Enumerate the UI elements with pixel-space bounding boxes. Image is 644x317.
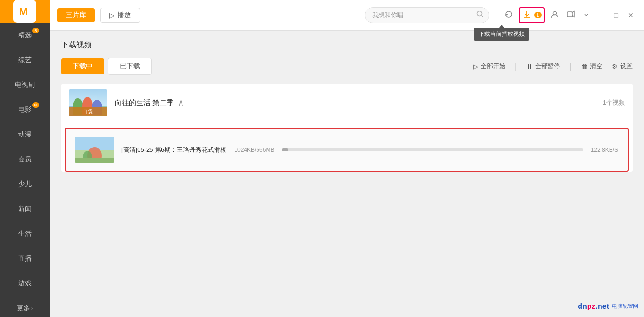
pause-all-label: 全部暂停 bbox=[535, 62, 560, 71]
download-item-highlighted: [高清]05-25 第6期：王珞丹秀花式滑板 1024KB/566MB 122.… bbox=[65, 128, 629, 172]
download-list: 口袋 向往的生活 第二季 ∧ 1个视频 bbox=[61, 84, 633, 172]
page-title: 下载视频 bbox=[61, 40, 633, 50]
titlebar: 三片库 ▷ 播放 bbox=[50, 0, 644, 31]
nav-label: 生活 bbox=[18, 230, 32, 238]
tab-play-button[interactable]: ▷ 播放 bbox=[100, 8, 140, 23]
progress-bar bbox=[282, 148, 583, 151]
pause-all-button[interactable]: ⏸ 全部暂停 bbox=[526, 62, 560, 71]
group-header: 口袋 向往的生活 第二季 ∧ 1个视频 bbox=[61, 84, 633, 122]
svg-point-2 bbox=[477, 11, 482, 16]
close-button[interactable]: ✕ bbox=[625, 10, 636, 21]
item-speed: 122.8KB/S bbox=[591, 147, 618, 153]
group-thumb-image: 口袋 bbox=[69, 89, 107, 116]
separator-2: | bbox=[569, 62, 572, 72]
nav-label: 少儿 bbox=[18, 180, 32, 189]
content-area: 下载视频 下载中 已下载 ▷ 全部开始 | ⏸ 全部暂停 | 🗑 清空 bbox=[50, 31, 644, 317]
watermark-desc: 电脑配置网 bbox=[612, 303, 638, 310]
start-all-label: 全部开始 bbox=[481, 62, 505, 71]
nav-label: 更多 bbox=[17, 304, 30, 313]
download-item: [高清]05-25 第6期：王珞丹秀花式滑板 1024KB/566MB 122.… bbox=[66, 129, 628, 171]
sidebar-logo[interactable]: M bbox=[0, 0, 50, 23]
svg-rect-11 bbox=[75, 158, 114, 163]
sidebar-item-xinwen[interactable]: 新闻 bbox=[0, 197, 50, 222]
tabs-actions: ▷ 全部开始 | ⏸ 全部暂停 | 🗑 清空 ⚙ 设置 bbox=[473, 62, 633, 72]
group-title: 向往的生活 第二季 ∧ bbox=[115, 97, 603, 108]
user-button[interactable] bbox=[548, 8, 561, 22]
tab-play-label: 播放 bbox=[118, 11, 131, 20]
nav-badge-jingxuan: 8 bbox=[32, 28, 39, 33]
progress-bar-fill bbox=[282, 148, 288, 151]
sidebar-nav: 精选 8 综艺 电视剧 电影 N 动漫 会员 少儿 新闻 生活 直播 bbox=[0, 23, 50, 317]
item-title: [高清]05-25 第6期：王珞丹秀花式滑板 bbox=[121, 146, 226, 154]
group-thumbnail: 口袋 bbox=[69, 89, 107, 116]
tab-san-button[interactable]: 三片库 bbox=[57, 8, 95, 22]
clear-all-button[interactable]: 🗑 清空 bbox=[581, 62, 602, 71]
nav-label: 直播 bbox=[18, 254, 32, 263]
pause-all-icon: ⏸ bbox=[526, 63, 533, 70]
sidebar-item-gengduo[interactable]: 更多 › bbox=[0, 296, 50, 317]
search-input[interactable] bbox=[365, 9, 472, 21]
nav-label: 精选 bbox=[18, 31, 32, 40]
download-badge: 1 bbox=[534, 12, 542, 18]
more-label-wrap: 更多 › bbox=[17, 304, 33, 313]
item-progress-info: 1024KB/566MB 122.8KB/S bbox=[234, 147, 618, 153]
minimize-button[interactable]: — bbox=[595, 10, 608, 21]
play-icon: ▷ bbox=[109, 11, 115, 19]
item-size: 1024KB/566MB bbox=[234, 147, 274, 153]
nav-label: 游戏 bbox=[18, 279, 32, 288]
item-thumbnail bbox=[75, 137, 114, 163]
nav-label: 电视剧 bbox=[15, 81, 35, 89]
nav-label: 新闻 bbox=[18, 205, 32, 213]
nav-label: 会员 bbox=[18, 155, 32, 164]
share-button[interactable] bbox=[565, 8, 577, 22]
download-button-wrap: 1 bbox=[519, 7, 545, 23]
start-all-button[interactable]: ▷ 全部开始 bbox=[473, 62, 505, 71]
tab-downloading-button[interactable]: 下载中 bbox=[61, 58, 104, 74]
watermark-logo: dnpz.net bbox=[578, 301, 609, 311]
sidebar-item-shenghuo[interactable]: 生活 bbox=[0, 222, 50, 246]
sidebar-item-youxi[interactable]: 游戏 bbox=[0, 271, 50, 296]
sidebar-item-jingxuan[interactable]: 精选 8 bbox=[0, 23, 50, 48]
tabs-bar: 下载中 已下载 ▷ 全部开始 | ⏸ 全部暂停 | 🗑 清空 ⚙ bbox=[61, 58, 633, 75]
sidebar-item-dianying[interactable]: 电影 N bbox=[0, 97, 50, 122]
search-button[interactable] bbox=[472, 8, 489, 23]
chevron-up-icon[interactable]: ∧ bbox=[178, 97, 184, 108]
item-thumb-image bbox=[75, 137, 114, 163]
settings-button[interactable]: ⚙ 设置 bbox=[612, 62, 633, 71]
svg-text:M: M bbox=[19, 6, 28, 18]
refresh-button[interactable] bbox=[503, 8, 515, 22]
logo-icon: M bbox=[13, 0, 36, 23]
download-button[interactable] bbox=[522, 9, 532, 21]
watermark: dnpz.net 电脑配置网 bbox=[578, 301, 638, 311]
search-box bbox=[365, 7, 489, 23]
nav-badge-dianying: N bbox=[32, 102, 40, 108]
tab-downloaded-button[interactable]: 已下载 bbox=[108, 58, 152, 75]
separator-1: | bbox=[515, 62, 517, 72]
sidebar-item-dianshiju[interactable]: 电视剧 bbox=[0, 73, 50, 97]
sidebar-item-dongman[interactable]: 动漫 bbox=[0, 122, 50, 147]
trash-icon: 🗑 bbox=[581, 63, 588, 70]
gear-icon: ⚙ bbox=[612, 63, 618, 70]
settings-label: 设置 bbox=[620, 62, 633, 71]
nav-label: 动漫 bbox=[18, 130, 32, 139]
chevron-right-icon: › bbox=[31, 305, 33, 312]
titlebar-actions: 1 — □ ✕ bbox=[503, 7, 636, 23]
main-area: 三片库 ▷ 播放 bbox=[50, 0, 644, 317]
maximize-button[interactable]: □ bbox=[612, 10, 621, 21]
group-count: 1个视频 bbox=[603, 98, 625, 107]
play-all-icon: ▷ bbox=[473, 63, 478, 70]
sidebar-item-zhibo[interactable]: 直播 bbox=[0, 246, 50, 271]
sidebar-item-zongyi[interactable]: 综艺 bbox=[0, 48, 50, 73]
group-title-text: 向往的生活 第二季 bbox=[115, 98, 174, 107]
tooltip-download: 下载当前播放视频 bbox=[474, 28, 529, 41]
nav-label: 电影 bbox=[18, 106, 32, 114]
sidebar: M 精选 8 综艺 电视剧 电影 N 动漫 会员 少儿 新闻 bbox=[0, 0, 50, 317]
nav-label: 综艺 bbox=[18, 56, 32, 64]
expand-button[interactable] bbox=[581, 9, 591, 21]
clear-all-label: 清空 bbox=[590, 62, 602, 71]
sidebar-item-huiyuan[interactable]: 会员 bbox=[0, 147, 50, 172]
svg-line-3 bbox=[481, 15, 483, 17]
thumb-label: 口袋 bbox=[69, 107, 107, 116]
sidebar-item-shaoer[interactable]: 少儿 bbox=[0, 172, 50, 197]
